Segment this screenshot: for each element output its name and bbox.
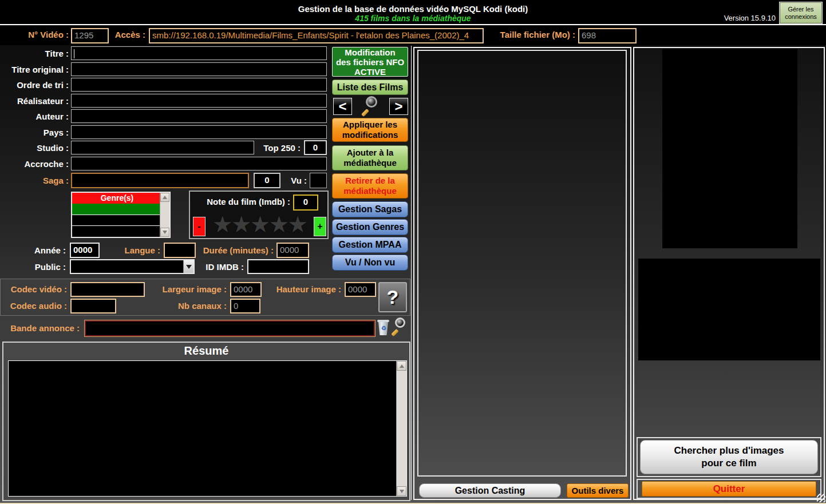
casting-panel: Gestion Casting Outils divers [413, 47, 631, 500]
add-to-library-button[interactable]: Ajouter à la médiathèque [332, 145, 408, 170]
tagline-label: Accroche : [0, 159, 69, 169]
search-more-images-button[interactable]: Chercher plus d'images pour ce film [640, 440, 818, 474]
seen-label: Vu : [286, 176, 307, 185]
image-width-label: Largeur image : [152, 284, 227, 294]
trailer-field[interactable] [85, 320, 375, 336]
title-label: Titre : [0, 49, 69, 58]
year-label: Année : [0, 245, 66, 255]
manage-casting-button[interactable]: Gestion Casting [419, 483, 561, 498]
duration-field[interactable]: 0000 [276, 243, 309, 258]
nfo-status-button[interactable]: Modification des fichiers NFO ACTIVE [332, 47, 408, 77]
genres-scrollbar[interactable] [160, 193, 169, 237]
seen-toggle-button[interactable]: Vu / Non vu [332, 255, 408, 271]
language-field[interactable] [164, 243, 196, 258]
author-label: Auteur : [0, 112, 69, 121]
rating-panel: Note du film (Imdb) : 0 - ★★★★★ + [189, 191, 329, 239]
codec-panel: Codec vidéo : Largeur image : 0000 Haute… [0, 279, 410, 316]
summary-scroll-up-icon[interactable] [397, 361, 406, 371]
rating-plus-button[interactable]: + [314, 217, 326, 236]
star-rating-icons[interactable]: ★★★★★ [207, 210, 311, 239]
country-label: Pays : [0, 128, 69, 137]
library-count: 415 films dans la médiathèque [0, 14, 826, 23]
rating-minus-button[interactable]: - [193, 217, 205, 236]
misc-tools-button[interactable]: Outils divers [567, 483, 629, 498]
version-label: Version 15.9.10 [724, 14, 776, 22]
summary-scrollbar[interactable] [396, 361, 406, 496]
author-field[interactable] [71, 109, 327, 123]
video-codec-field[interactable] [70, 282, 145, 297]
genres-header: Genre(s) [72, 193, 162, 204]
apply-modifications-button[interactable]: Appliquer les modifications [332, 118, 408, 142]
images-panel: Chercher plus d'images pour ce film Quit… [633, 47, 825, 500]
genre-row-1[interactable] [72, 215, 162, 226]
seen-checkbox[interactable] [310, 173, 327, 188]
fanart-image[interactable] [638, 259, 820, 360]
access-field[interactable]: smb://192.168.0.19/Multimedia/Films_Enfa… [149, 28, 484, 43]
summary-panel: Résumé [2, 342, 410, 501]
app-header: Gestion de la base de données vidéo MySQ… [0, 0, 826, 25]
trailer-search-icon[interactable] [392, 318, 408, 337]
more-images-section: Chercher plus d'images pour ce film [637, 437, 821, 477]
scroll-up-icon[interactable] [160, 193, 169, 202]
video-number-label: N° Vidéo : [10, 30, 69, 39]
sort-order-field[interactable] [71, 78, 327, 92]
channels-label: Nb canaux : [152, 301, 227, 311]
access-label: Accès : [112, 30, 145, 39]
summary-textarea[interactable] [8, 360, 407, 497]
remove-from-library-button[interactable]: Retirer de la médiathèque [332, 173, 408, 199]
imdb-id-label: ID IMDB : [199, 262, 244, 272]
year-field[interactable]: 0000 [70, 243, 100, 258]
image-width-field[interactable]: 0000 [230, 282, 262, 297]
summary-scroll-down-icon[interactable] [397, 486, 406, 496]
original-title-field[interactable] [71, 62, 327, 76]
title-field[interactable] [71, 46, 327, 60]
quit-button[interactable]: Quitter [642, 481, 816, 497]
country-field[interactable] [71, 125, 327, 139]
next-film-button[interactable]: > [389, 98, 408, 115]
scroll-down-icon[interactable] [160, 228, 169, 237]
manage-connections-button[interactable]: Gérer les connexions [780, 2, 822, 23]
summary-title: Résumé [3, 343, 409, 358]
original-title-label: Titre original : [0, 65, 69, 74]
sort-order-label: Ordre de tri : [0, 80, 69, 90]
resize-grip[interactable] [817, 494, 825, 502]
video-number-field[interactable]: 1295 [71, 28, 109, 43]
tagline-field[interactable] [71, 157, 327, 170]
studio-field[interactable] [71, 141, 254, 154]
language-label: Langue : [103, 245, 160, 255]
imdb-id-field[interactable] [247, 259, 309, 274]
previous-film-button[interactable]: < [333, 98, 352, 115]
file-size-field[interactable]: 698 [578, 28, 637, 43]
genre-row-2[interactable] [72, 226, 162, 236]
file-bar: N° Vidéo : 1295 Accès : smb://192.168.0.… [0, 26, 826, 45]
combobox-arrow-icon[interactable] [183, 260, 193, 273]
top250-field[interactable]: 0 [304, 140, 327, 155]
trailer-row: Bande annonce : ♻ [0, 316, 410, 340]
director-field[interactable] [71, 94, 327, 108]
quit-section: Quitter [637, 479, 821, 499]
manage-genres-button[interactable]: Gestion Genres [332, 219, 408, 235]
film-list-button[interactable]: Liste des Films [332, 80, 408, 95]
audio-codec-label: Codec audio : [3, 301, 67, 311]
trash-icon[interactable]: ♻ [377, 320, 389, 335]
rating-label: Note du film (Imdb) : [196, 197, 290, 207]
genres-listbox[interactable]: Genre(s) [71, 192, 171, 238]
casting-list[interactable] [417, 50, 627, 477]
manage-mpaa-button[interactable]: Gestion MPAA [332, 237, 408, 253]
saga-field[interactable] [71, 173, 249, 188]
genre-row-0[interactable] [72, 204, 162, 215]
audience-combobox[interactable] [70, 259, 195, 274]
manage-sagas-button[interactable]: Gestion Sagas [332, 201, 408, 217]
panel-divider-left [411, 46, 412, 500]
saga-count-field[interactable]: 0 [254, 173, 280, 188]
image-height-label: Hauteur image : [267, 284, 341, 294]
search-film-icon[interactable] [361, 96, 380, 117]
poster-image[interactable] [662, 49, 797, 248]
audience-label: Public : [0, 262, 66, 272]
image-height-field[interactable]: 0000 [345, 282, 376, 297]
channels-field[interactable]: 0 [230, 299, 260, 313]
help-button[interactable]: ? [378, 282, 407, 312]
rating-field[interactable]: 0 [293, 195, 318, 211]
video-codec-label: Codec vidéo : [3, 284, 67, 294]
audio-codec-field[interactable] [70, 299, 116, 313]
